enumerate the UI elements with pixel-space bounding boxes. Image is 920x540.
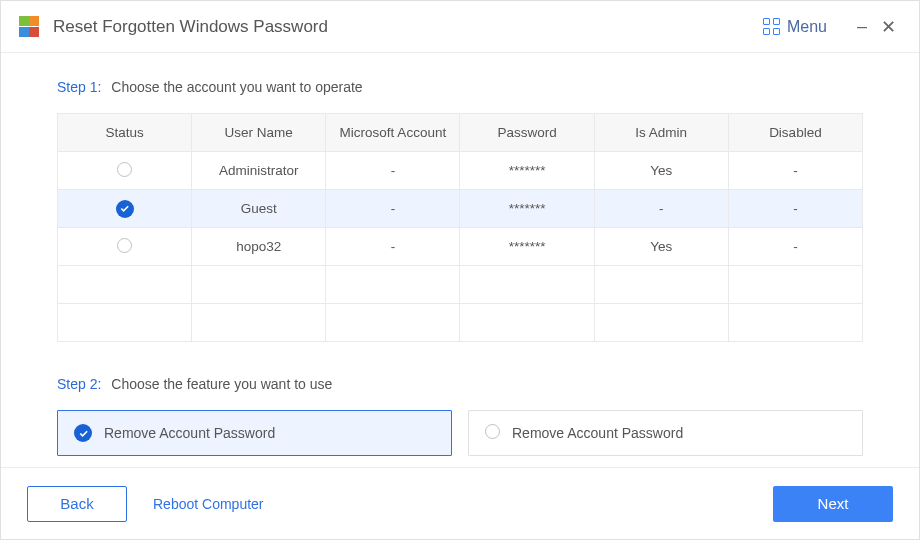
cell-isadmin: - (594, 190, 728, 228)
back-button[interactable]: Back (27, 486, 127, 522)
col-disabled: Disabled (728, 114, 862, 152)
radio-unselected-icon (117, 162, 132, 177)
window-title: Reset Forgotten Windows Password (53, 17, 328, 37)
close-button[interactable]: ✕ (875, 16, 901, 38)
minimize-button[interactable]: – (849, 16, 875, 37)
feature-option-0[interactable]: Remove Account Password (57, 410, 452, 456)
step2-desc: Choose the feature you want to use (111, 376, 332, 392)
col-status: Status (58, 114, 192, 152)
feature-label: Remove Account Password (512, 425, 683, 441)
cell-msaccount: - (326, 228, 460, 266)
cell-msaccount: - (326, 152, 460, 190)
checkmark-icon (116, 200, 134, 218)
checkmark-icon (74, 424, 92, 442)
cell-password: ******* (460, 152, 594, 190)
feature-option-1[interactable]: Remove Account Password (468, 410, 863, 456)
grid-icon (763, 18, 781, 36)
accounts-table: Status User Name Microsoft Account Passw… (57, 113, 863, 342)
cell-password: ******* (460, 228, 594, 266)
table-row[interactable]: Administrator-*******Yes- (58, 152, 863, 190)
cell-isadmin: Yes (594, 228, 728, 266)
step2-label: Step 2: (57, 376, 101, 392)
menu-label: Menu (787, 18, 827, 36)
main-body: Step 1: Choose the account you want to o… (1, 53, 919, 467)
step2-header: Step 2: Choose the feature you want to u… (57, 376, 863, 392)
cell-username: hopo32 (192, 228, 326, 266)
cell-status[interactable] (58, 152, 192, 190)
checkmark-icon (74, 424, 92, 442)
table-row-empty (58, 304, 863, 342)
radio-unselected-icon (485, 424, 500, 442)
step1-header: Step 1: Choose the account you want to o… (57, 79, 863, 95)
cell-status[interactable] (58, 228, 192, 266)
radio-unselected-icon (117, 238, 132, 253)
cell-password: ******* (460, 190, 594, 228)
col-username: User Name (192, 114, 326, 152)
table-row-empty (58, 266, 863, 304)
cell-isadmin: Yes (594, 152, 728, 190)
step1-desc: Choose the account you want to operate (111, 79, 362, 95)
table-header-row: Status User Name Microsoft Account Passw… (58, 114, 863, 152)
cell-disabled: - (728, 190, 862, 228)
cell-status[interactable] (58, 190, 192, 228)
table-row[interactable]: Guest-*******-- (58, 190, 863, 228)
titlebar: Reset Forgotten Windows Password Menu – … (1, 1, 919, 53)
cell-msaccount: - (326, 190, 460, 228)
step1-label: Step 1: (57, 79, 101, 95)
app-window: Reset Forgotten Windows Password Menu – … (0, 0, 920, 540)
cell-username: Guest (192, 190, 326, 228)
col-password: Password (460, 114, 594, 152)
app-logo-icon (19, 16, 41, 38)
radio-unselected-icon (485, 424, 500, 439)
cell-disabled: - (728, 152, 862, 190)
col-isadmin: Is Admin (594, 114, 728, 152)
next-button[interactable]: Next (773, 486, 893, 522)
cell-disabled: - (728, 228, 862, 266)
feature-row: Remove Account PasswordRemove Account Pa… (57, 410, 863, 456)
table-row[interactable]: hopo32-*******Yes- (58, 228, 863, 266)
step2-section: Step 2: Choose the feature you want to u… (57, 376, 863, 456)
bottom-bar: Back Reboot Computer Next (1, 467, 919, 539)
col-msaccount: Microsoft Account (326, 114, 460, 152)
feature-label: Remove Account Password (104, 425, 275, 441)
reboot-link[interactable]: Reboot Computer (153, 496, 264, 512)
menu-button[interactable]: Menu (763, 18, 827, 36)
cell-username: Administrator (192, 152, 326, 190)
